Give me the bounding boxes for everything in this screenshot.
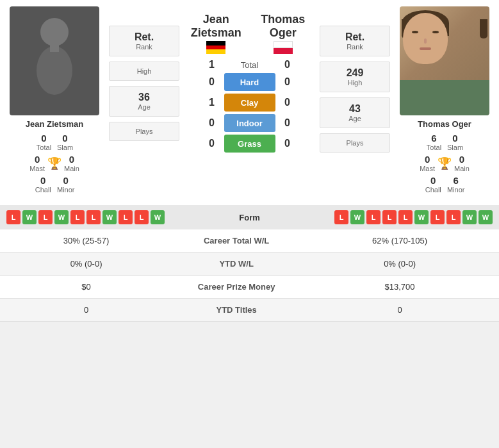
left-slam-label: Slam <box>57 144 73 151</box>
indoor-score-row: 0 Indoor 0 <box>183 114 316 132</box>
stats-left-3: 0 <box>0 299 172 322</box>
left-minor-value: 0 <box>57 175 75 186</box>
right-mast-cell: 0 Mast <box>420 154 435 172</box>
left-hard-score: 0 <box>202 76 222 88</box>
svg-point-1 <box>37 46 72 95</box>
clay-label: Clay <box>241 98 258 108</box>
indoor-label: Indoor <box>236 119 262 128</box>
left-player-stats-grid2: 0 Chall 0 Minor <box>34 175 74 194</box>
right-main-cell: 0 Main <box>454 154 470 172</box>
right-slam-cell: 0 Slam <box>447 133 463 151</box>
left-minor-cell: 0 Minor <box>57 175 75 194</box>
stats-right-1: 0% (0-0) <box>300 253 499 276</box>
left-total-cell: 0 Total <box>36 133 52 151</box>
face-head <box>403 13 448 64</box>
center-section: Jean Zietsman Thomas Oger <box>183 6 316 194</box>
right-clay-score: 0 <box>278 97 297 108</box>
left-form-badge-l: L <box>6 210 20 224</box>
stats-right-2: $13,700 <box>300 276 499 299</box>
right-rank-label: Rank <box>323 43 387 51</box>
left-eye <box>412 31 418 33</box>
right-hard-score: 0 <box>278 76 297 88</box>
stats-left-2: $0 <box>0 276 172 299</box>
flag-de-gold <box>206 49 225 54</box>
left-form-badge-w: W <box>102 210 117 224</box>
center-left-name-block: Jean Zietsman <box>183 13 250 54</box>
right-form-badge-w: W <box>414 210 429 224</box>
right-flag-row <box>250 41 317 54</box>
grass-score-row: 0 Grass 0 <box>183 135 316 153</box>
right-minor-label: Minor <box>447 186 465 194</box>
left-form-badge-l: L <box>135 210 149 224</box>
stats-left-0: 30% (25-57) <box>0 229 172 253</box>
main-container: Jean Zietsman 0 Total 0 Slam 0 Mast 🏆 <box>0 0 499 322</box>
left-form-badge-w: W <box>151 210 165 224</box>
left-clay-score: 1 <box>202 97 222 108</box>
left-chall-label: Chall <box>34 186 52 194</box>
left-rank-label: Rank <box>112 43 176 51</box>
grass-label: Grass <box>238 139 261 149</box>
flag-de-black <box>206 41 225 46</box>
right-player-photo <box>400 6 489 115</box>
right-trophy-row: 0 Mast 🏆 0 Main <box>420 154 470 172</box>
right-player-stats-grid: 6 Total 0 Slam <box>426 133 463 151</box>
hard-label: Hard <box>240 78 259 87</box>
left-chall-cell: 0 Chall <box>34 175 52 194</box>
right-high-value: 249 <box>323 67 387 79</box>
right-high-box: 249 High <box>320 62 390 92</box>
left-age-value: 36 <box>112 92 176 103</box>
left-form-badge-l: L <box>70 210 85 224</box>
right-form-badges: LWLLLWLLWW <box>284 210 493 224</box>
svg-point-0 <box>40 18 69 46</box>
right-plays-box: Plays <box>320 133 390 153</box>
stats-right-0: 62% (170-105) <box>300 229 499 253</box>
right-minor-value: 6 <box>447 175 465 186</box>
hair-side-right <box>480 19 487 38</box>
left-player-silhouette <box>22 10 86 112</box>
left-form-badge-l: L <box>119 210 133 224</box>
left-rank-value: Ret. <box>112 31 176 43</box>
left-player-card: Jean Zietsman 0 Total 0 Slam 0 Mast 🏆 <box>3 6 106 194</box>
right-age-box: 43 Age <box>320 97 390 128</box>
left-minor-label: Minor <box>57 186 75 194</box>
stats-table: 30% (25-57)Career Total W/L62% (170-105)… <box>0 229 499 322</box>
stats-center-1: YTD W/L <box>172 253 300 276</box>
clay-surface-btn[interactable]: Clay <box>224 94 275 112</box>
right-total-score: 0 <box>278 59 297 71</box>
center-right-name-text: Thomas Oger <box>261 13 305 39</box>
right-form-badge-w: W <box>479 210 493 224</box>
clay-score-row: 1 Clay 0 <box>183 94 316 112</box>
right-slam-value: 0 <box>447 133 463 144</box>
left-age-label: Age <box>112 103 176 111</box>
stats-center-2: Career Prize Money <box>172 276 300 299</box>
right-form-badge-l: L <box>334 210 348 224</box>
right-form-badge-l: L <box>446 210 461 224</box>
left-total-label: Total <box>36 144 52 151</box>
right-total-value: 6 <box>426 133 442 144</box>
left-mast-cell: 0 Mast <box>29 154 45 172</box>
right-form-badge-l: L <box>430 210 445 224</box>
right-form-badge-w: W <box>462 210 477 224</box>
left-slam-cell: 0 Slam <box>57 133 73 151</box>
left-trophy-row: 0 Mast 🏆 0 Main <box>29 154 79 172</box>
center-left-name-text: Jean Zietsman <box>191 13 241 39</box>
right-player-stats-grid2: 0 Chall 6 Minor <box>424 175 464 194</box>
right-form-badge-w: W <box>350 210 364 224</box>
left-player-photo <box>10 6 99 115</box>
left-player-name: Jean Zietsman <box>26 119 83 129</box>
left-player-stats-grid: 0 Total 0 Slam <box>36 133 73 151</box>
right-minor-cell: 6 Minor <box>447 175 465 194</box>
left-total-value: 0 <box>36 133 52 144</box>
left-mast-value: 0 <box>29 154 45 165</box>
hard-surface-btn[interactable]: Hard <box>224 73 275 91</box>
indoor-surface-btn[interactable]: Indoor <box>224 114 275 132</box>
right-middle-panel: Ret. Rank 249 High 43 Age Plays <box>316 6 393 194</box>
hard-score-row: 0 Hard 0 <box>183 73 316 91</box>
grass-surface-btn[interactable]: Grass <box>224 135 275 153</box>
right-chall-label: Chall <box>424 186 442 194</box>
left-high-box: High <box>109 62 179 81</box>
right-age-value: 43 <box>323 103 387 115</box>
flag-de-red <box>206 46 225 50</box>
right-slam-label: Slam <box>447 144 463 151</box>
stats-left-1: 0% (0-0) <box>0 253 172 276</box>
